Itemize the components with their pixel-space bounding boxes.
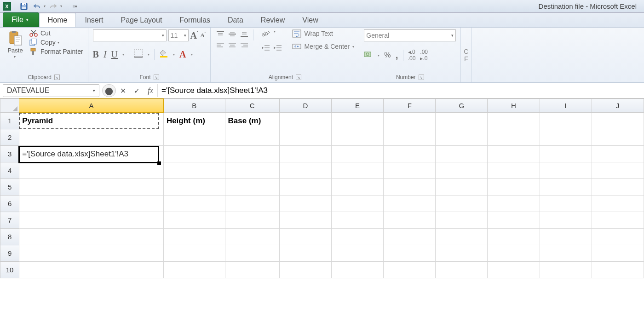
italic-button[interactable]: I	[104, 49, 107, 60]
cell[interactable]	[384, 162, 436, 179]
cell[interactable]	[592, 179, 644, 196]
cell[interactable]	[279, 179, 331, 196]
cell[interactable]	[592, 113, 644, 129]
shrink-font-button[interactable]: Aˇ	[200, 32, 206, 39]
cell[interactable]	[332, 262, 384, 278]
chevron-down-icon[interactable]: ▾	[148, 52, 150, 57]
cell[interactable]	[540, 113, 592, 129]
cell[interactable]	[225, 196, 279, 212]
tab-formulas[interactable]: Formulas	[171, 13, 219, 27]
row-header[interactable]: 2	[0, 129, 19, 146]
cell[interactable]	[436, 162, 488, 179]
cell[interactable]	[225, 162, 279, 179]
cell[interactable]	[279, 146, 331, 162]
wrap-text-button[interactable]: Wrap Text	[292, 29, 354, 38]
col-header-D[interactable]: D	[279, 99, 331, 113]
row-header[interactable]: 10	[0, 262, 19, 278]
cell[interactable]	[540, 162, 592, 179]
cell[interactable]	[279, 113, 331, 129]
merge-center-button[interactable]: Merge & Center▾	[292, 42, 354, 51]
cancel-formula-button[interactable]: ✕	[116, 84, 130, 97]
row-header[interactable]: 5	[0, 179, 19, 196]
cell[interactable]	[436, 212, 488, 229]
cell[interactable]	[540, 229, 592, 245]
fx-icon[interactable]: fx	[144, 84, 157, 97]
cell[interactable]	[436, 179, 488, 196]
row-header[interactable]: 8	[0, 229, 19, 245]
cell[interactable]	[436, 262, 488, 278]
cell[interactable]	[384, 262, 436, 278]
undo-button[interactable]	[32, 1, 42, 12]
cell[interactable]	[163, 179, 225, 196]
col-header-B[interactable]: B	[163, 99, 225, 113]
cell[interactable]	[163, 245, 225, 262]
cell-A1[interactable]: Pyramid	[19, 113, 164, 129]
cell[interactable]	[540, 179, 592, 196]
cell[interactable]	[279, 245, 331, 262]
cell[interactable]	[540, 262, 592, 278]
cell[interactable]	[384, 146, 436, 162]
chevron-down-icon[interactable]: ▾	[352, 45, 354, 49]
comma-button[interactable]: ,	[396, 49, 398, 61]
cell[interactable]	[19, 212, 164, 229]
cell[interactable]	[163, 162, 225, 179]
tab-home[interactable]: Home	[39, 13, 76, 27]
cell[interactable]	[488, 146, 540, 162]
cell[interactable]	[279, 262, 331, 278]
cell[interactable]	[19, 245, 164, 262]
row-header[interactable]: 1	[0, 113, 19, 129]
cell[interactable]	[488, 179, 540, 196]
cell[interactable]	[225, 146, 279, 162]
cell-A3[interactable]: ='[Source data.xlsx]Sheet1'!A3	[19, 146, 164, 162]
cell[interactable]	[332, 129, 384, 146]
cell[interactable]	[225, 229, 279, 245]
align-middle-button[interactable]	[227, 29, 237, 39]
chevron-down-icon[interactable]: ▾	[14, 55, 16, 59]
cell[interactable]	[488, 113, 540, 129]
cell[interactable]	[592, 229, 644, 245]
cell[interactable]	[279, 212, 331, 229]
tab-view[interactable]: View	[293, 13, 327, 27]
font-color-button[interactable]: A	[179, 49, 186, 60]
cell[interactable]	[436, 129, 488, 146]
redo-button[interactable]	[48, 1, 58, 12]
cell[interactable]	[163, 129, 225, 146]
qat-customize-button[interactable]: ≡▾	[70, 1, 80, 12]
cell[interactable]	[540, 212, 592, 229]
formula-input[interactable]	[157, 84, 644, 97]
dialog-launcher-icon[interactable]: ↘	[154, 75, 159, 80]
cell[interactable]	[279, 129, 331, 146]
cell[interactable]	[540, 245, 592, 262]
cell[interactable]	[384, 113, 436, 129]
dialog-launcher-icon[interactable]: ↘	[54, 75, 60, 80]
tab-insert[interactable]: Insert	[76, 13, 112, 27]
cell-C1[interactable]: Base (m)	[225, 113, 279, 129]
chevron-down-icon[interactable]: ▾	[58, 40, 59, 45]
cell[interactable]	[279, 162, 331, 179]
chevron-down-icon[interactable]: ▾	[378, 53, 380, 58]
copy-button[interactable]: Copy▾	[29, 39, 83, 46]
cell[interactable]	[332, 196, 384, 212]
align-top-button[interactable]	[215, 29, 225, 39]
cell[interactable]	[436, 196, 488, 212]
col-header-E[interactable]: E	[332, 99, 384, 113]
row-header[interactable]: 6	[0, 196, 19, 212]
cell[interactable]	[384, 129, 436, 146]
cell[interactable]	[592, 196, 644, 212]
increase-decimal-button[interactable]: ◂.0.00	[408, 49, 416, 62]
row-header[interactable]: 3	[0, 146, 19, 162]
cell[interactable]	[488, 262, 540, 278]
align-left-button[interactable]	[215, 40, 225, 50]
row-header[interactable]: 4	[0, 162, 19, 179]
cell[interactable]	[384, 179, 436, 196]
number-format-combo[interactable]: General▾	[364, 29, 456, 41]
increase-indent-button[interactable]	[273, 44, 282, 53]
grow-font-button[interactable]: Aˆ	[190, 30, 199, 41]
col-header-H[interactable]: H	[488, 99, 540, 113]
cell[interactable]	[225, 179, 279, 196]
insert-function-round-button[interactable]: ⬤	[102, 84, 116, 97]
cell[interactable]	[332, 245, 384, 262]
percent-button[interactable]: %	[384, 51, 391, 59]
cell[interactable]	[332, 212, 384, 229]
cell[interactable]	[592, 146, 644, 162]
